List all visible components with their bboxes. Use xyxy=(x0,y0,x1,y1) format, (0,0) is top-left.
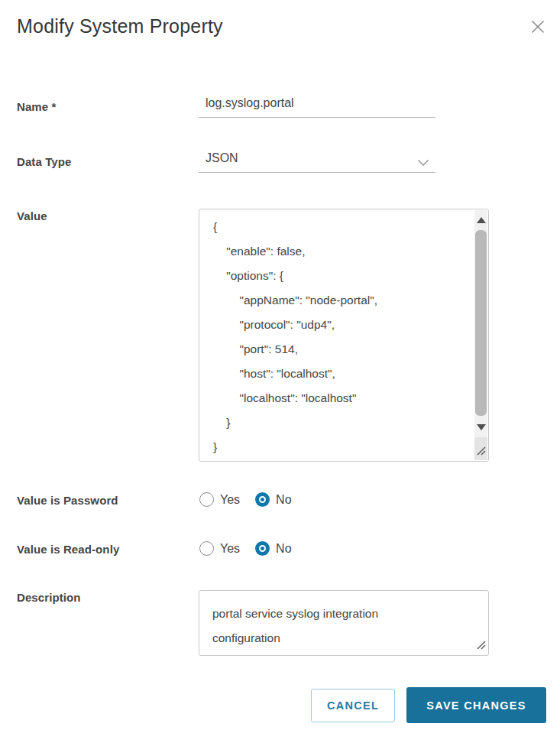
value-label: Value xyxy=(17,209,47,222)
value-scrollbar[interactable] xyxy=(474,210,487,437)
data-type-select[interactable]: JSON xyxy=(199,151,435,173)
name-label: Name * xyxy=(17,100,56,113)
scroll-up-icon[interactable] xyxy=(477,217,486,223)
data-type-label: Data Type xyxy=(17,155,71,168)
description-textarea-content: portal service syslog integration config… xyxy=(199,591,473,654)
modify-system-property-dialog: Modify System Property Name * log.syslog… xyxy=(0,0,560,743)
name-input[interactable]: log.syslog.portal xyxy=(199,96,435,118)
value-textarea[interactable]: { "enable": false, "options": { "appName… xyxy=(199,209,489,462)
close-icon xyxy=(530,25,545,37)
value-is-password-radio-group: Yes No xyxy=(199,492,292,507)
radio-label: No xyxy=(276,493,291,507)
value-is-readonly-label: Value is Read-only xyxy=(17,543,119,556)
radio-label: Yes xyxy=(220,493,240,507)
scrollbar-thumb[interactable] xyxy=(475,230,487,416)
radio-unselected-icon xyxy=(199,541,214,556)
value-textarea-content: { "enable": false, "options": { "appName… xyxy=(199,209,470,459)
save-changes-button[interactable]: SAVE CHANGES xyxy=(406,687,546,723)
value-is-readonly-radio-group: Yes No xyxy=(199,541,292,556)
radio-unselected-icon xyxy=(199,492,214,507)
cancel-button[interactable]: CANCEL xyxy=(311,689,395,722)
radio-label: No xyxy=(276,542,291,556)
dialog-title: Modify System Property xyxy=(17,15,223,37)
resize-grip-icon[interactable] xyxy=(476,445,486,459)
chevron-down-icon xyxy=(417,156,429,170)
radio-selected-icon xyxy=(255,541,270,556)
value-is-password-label: Value is Password xyxy=(17,494,118,507)
name-input-value: log.syslog.portal xyxy=(206,96,294,110)
scroll-down-icon[interactable] xyxy=(477,424,486,430)
close-button[interactable] xyxy=(530,19,545,34)
radio-label: Yes xyxy=(220,542,240,556)
description-label: Description xyxy=(17,591,81,604)
resize-grip-icon[interactable] xyxy=(476,639,486,653)
readonly-no-radio[interactable]: No xyxy=(255,541,291,556)
readonly-yes-radio[interactable]: Yes xyxy=(199,541,240,556)
description-textarea[interactable]: portal service syslog integration config… xyxy=(199,590,489,656)
data-type-selected-value: JSON xyxy=(206,151,238,165)
password-no-radio[interactable]: No xyxy=(255,492,291,507)
radio-selected-icon xyxy=(255,492,270,507)
password-yes-radio[interactable]: Yes xyxy=(199,492,240,507)
